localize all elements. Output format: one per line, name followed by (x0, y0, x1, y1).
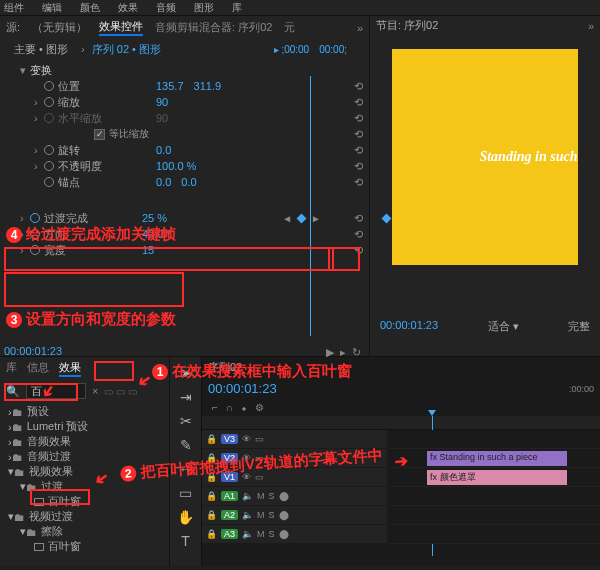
tab-info[interactable]: 信息 (27, 360, 49, 377)
lock-icon[interactable]: 🔒 (206, 434, 217, 444)
zoom-fit-dropdown[interactable]: 适合 ▾ (488, 319, 519, 334)
prop-direction[interactable]: › 方向 42.0 ° ⟲ (0, 226, 369, 242)
eye-icon[interactable]: 👁 (242, 453, 251, 463)
keyframe-diamond-icon[interactable] (297, 213, 307, 223)
clip-subtitle[interactable]: fx Standing in such a piece (427, 451, 567, 466)
program-timecode[interactable]: 00:00:01:23 (380, 319, 438, 334)
ripple-tool-icon[interactable]: ✂ (180, 413, 192, 429)
hand-tool-icon[interactable]: ✋ (177, 509, 194, 525)
menu-item[interactable]: 音频 (156, 1, 176, 14)
checkbox-uniform[interactable]: ✓ (94, 129, 105, 140)
prop-width[interactable]: › 宽度 15 ⟲ (0, 242, 369, 258)
reset-icon[interactable]: ⟲ (354, 80, 363, 93)
eye-icon[interactable]: 👁 (242, 434, 251, 444)
lock-icon[interactable]: 🔒 (206, 453, 217, 463)
filter-icon[interactable]: ▭ ▭ ▭ (104, 386, 137, 397)
menu-item[interactable]: 颜色 (80, 1, 100, 14)
effect-blinds-wipe[interactable]: 百叶窗 (4, 539, 165, 554)
reset-icon[interactable]: ⟲ (354, 228, 363, 241)
prop-uniform[interactable]: ✓ 等比缩放 ⟲ (0, 126, 369, 142)
prop-rotation[interactable]: › 旋转 0.0 ⟲ (0, 142, 369, 158)
folder-presets[interactable]: ›🖿预设 (4, 404, 165, 419)
tab-metadata[interactable]: 元 (284, 20, 295, 35)
stopwatch-icon[interactable] (44, 145, 54, 155)
clip-color-matte[interactable]: fx 颜色遮罩 (427, 470, 567, 485)
effect-blinds[interactable]: 百叶窗 (4, 494, 165, 509)
marker-icon[interactable]: ⬥ (241, 402, 247, 413)
reset-icon[interactable]: ⟲ (354, 212, 363, 225)
keyframe-nav[interactable]: ◄ ► (282, 213, 321, 224)
reset-icon[interactable]: ⟲ (354, 160, 363, 173)
collapse-icon[interactable]: ▾ (20, 64, 30, 77)
track-select-tool-icon[interactable]: ⇥ (180, 389, 192, 405)
folder-video-transitions[interactable]: ▾🖿视频过渡 (4, 509, 165, 524)
prop-transition-complete[interactable]: › 过渡完成 25 % ◄ ► ⟲ (0, 210, 369, 226)
settings-icon[interactable]: ⚙ (255, 402, 264, 413)
pen-tool-icon[interactable]: ▭ (179, 485, 192, 501)
lock-icon[interactable]: 🔒 (206, 529, 217, 539)
snap-icon[interactable]: ⌐ (212, 402, 218, 413)
prop-hscale[interactable]: › 水平缩放 90 ⟲ (0, 110, 369, 126)
panel-menu-icon[interactable]: » (357, 22, 363, 34)
slip-tool-icon[interactable]: ↔ (179, 461, 193, 477)
track-header-v2[interactable]: 🔒V2👁▭ (202, 449, 387, 468)
menu-item[interactable]: 图形 (194, 1, 214, 14)
track-header-a1[interactable]: 🔒A1🔈MS⬤ (202, 487, 387, 506)
track-header-a2[interactable]: 🔒A2🔈MS⬤ (202, 506, 387, 525)
tab-effects[interactable]: 效果 (59, 360, 81, 377)
stopwatch-icon[interactable] (44, 81, 54, 91)
sequence-name[interactable]: 序列02 (208, 360, 242, 375)
menu-item[interactable]: 库 (232, 1, 242, 14)
transform-section[interactable]: ▾ 变换 (0, 62, 369, 78)
timeline-ruler[interactable] (202, 416, 600, 430)
stopwatch-icon[interactable] (30, 229, 40, 239)
link-icon[interactable]: ∩ (226, 402, 233, 413)
search-input[interactable] (26, 383, 86, 399)
track-header-a3[interactable]: 🔒A3🔈MS⬤ (202, 525, 387, 544)
prop-anchor[interactable]: 锚点 0.0 0.0 ⟲ (0, 174, 369, 190)
tab-audio-mixer[interactable]: 音频剪辑混合器: 序列02 (155, 20, 272, 35)
prop-scale[interactable]: › 缩放 90 ⟲ (0, 94, 369, 110)
reset-icon[interactable]: ⟲ (354, 144, 363, 157)
tab-library[interactable]: 库 (6, 360, 17, 377)
folder-audio-fx[interactable]: ›🖿音频效果 (4, 434, 165, 449)
mute-icon[interactable]: 🔈 (242, 491, 253, 501)
panel-menu-icon[interactable]: » (588, 20, 594, 32)
menu-item[interactable]: 编辑 (42, 1, 62, 14)
mic-icon[interactable]: ⬤ (279, 491, 289, 501)
track-header-v3[interactable]: 🔒V3👁▭ (202, 430, 387, 449)
reset-icon[interactable]: ⟲ (354, 244, 363, 257)
selection-tool-icon[interactable]: ➤ (180, 365, 192, 381)
stopwatch-icon[interactable] (44, 97, 54, 107)
razor-tool-icon[interactable]: ✎ (180, 437, 192, 453)
reset-icon[interactable]: ⟲ (354, 176, 363, 189)
track-content[interactable]: fx Standing in such a piece fx 颜色遮罩 (387, 430, 600, 544)
clear-search-icon[interactable]: × (92, 385, 98, 397)
effect-playhead-timecode[interactable]: 00:00:01:23 (4, 345, 62, 357)
stopwatch-icon[interactable] (44, 161, 54, 171)
program-tab[interactable]: 节目: 序列02 (376, 18, 438, 33)
stopwatch-icon[interactable] (30, 213, 40, 223)
prop-position[interactable]: 位置 135.7 311.9 ⟲ (0, 78, 369, 94)
folder-lumetri[interactable]: ›🖿Lumetri 预设 (4, 419, 165, 434)
folder-wipe[interactable]: ▾🖿擦除 (4, 524, 165, 539)
menu-item[interactable]: 组件 (4, 1, 24, 14)
type-tool-icon[interactable]: T (181, 533, 190, 549)
panel-menu-icon[interactable]: » (157, 360, 163, 377)
reset-icon[interactable]: ⟲ (354, 128, 363, 141)
folder-transition[interactable]: ▾🖿过渡 (4, 479, 165, 494)
folder-audio-transitions[interactable]: ›🖿音频过渡 (4, 449, 165, 464)
stopwatch-icon[interactable] (30, 245, 40, 255)
prop-opacity[interactable]: › 不透明度 100.0 % ⟲ (0, 158, 369, 174)
effect-mini-timeline[interactable]: ▸ ;00:00 00:00; (268, 42, 363, 57)
tab-effect-controls[interactable]: 效果控件 (99, 19, 143, 36)
timeline-timecode[interactable]: 00:00:01:23 (208, 381, 277, 396)
lock-icon[interactable]: 🔒 (206, 472, 217, 482)
folder-video-fx[interactable]: ▾🖿视频效果 (4, 464, 165, 479)
lock-icon[interactable]: 🔒 (206, 491, 217, 501)
track-header-v1[interactable]: 🔒V1👁▭ (202, 468, 387, 487)
reset-icon[interactable]: ⟲ (354, 96, 363, 109)
playhead-line[interactable] (310, 76, 311, 336)
eye-icon[interactable]: 👁 (242, 472, 251, 482)
stopwatch-icon[interactable] (44, 177, 54, 187)
